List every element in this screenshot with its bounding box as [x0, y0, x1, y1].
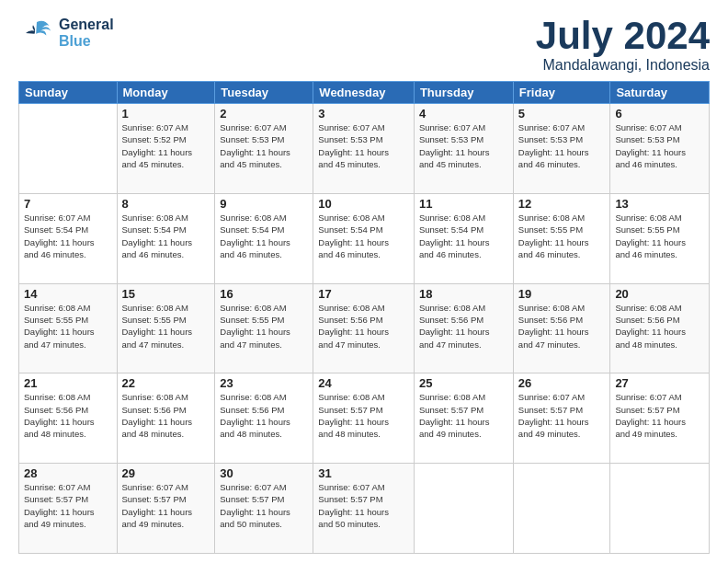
day-headers-row: SundayMondayTuesdayWednesdayThursdayFrid… [19, 82, 710, 104]
day-number: 5 [518, 107, 606, 121]
day-cell: 8Sunrise: 6:08 AM Sunset: 5:54 PM Daylig… [117, 193, 215, 283]
day-cell: 13Sunrise: 6:08 AM Sunset: 5:55 PM Dayli… [610, 193, 710, 283]
day-cell: 26Sunrise: 6:07 AM Sunset: 5:57 PM Dayli… [513, 373, 610, 464]
day-number: 13 [615, 197, 704, 211]
day-info: Sunrise: 6:07 AM Sunset: 5:53 PM Dayligh… [615, 121, 704, 170]
day-number: 17 [318, 287, 409, 301]
day-number: 24 [318, 376, 409, 390]
day-cell: 18Sunrise: 6:08 AM Sunset: 5:56 PM Dayli… [414, 283, 513, 373]
day-cell: 23Sunrise: 6:08 AM Sunset: 5:56 PM Dayli… [215, 373, 313, 464]
day-cell: 3Sunrise: 6:07 AM Sunset: 5:53 PM Daylig… [313, 104, 415, 194]
day-number: 31 [318, 466, 409, 480]
page: General Blue July 2024 Mandalawangi, Ind… [0, 0, 728, 563]
day-cell: 1Sunrise: 6:07 AM Sunset: 5:52 PM Daylig… [117, 104, 215, 194]
week-row-2: 7Sunrise: 6:07 AM Sunset: 5:54 PM Daylig… [19, 193, 710, 283]
day-number: 25 [419, 376, 508, 390]
day-number: 15 [122, 287, 210, 301]
day-number: 1 [122, 107, 210, 121]
day-cell: 17Sunrise: 6:08 AM Sunset: 5:56 PM Dayli… [313, 283, 415, 373]
day-number: 11 [419, 197, 508, 211]
logo-icon [18, 15, 55, 52]
day-info: Sunrise: 6:08 AM Sunset: 5:54 PM Dayligh… [122, 212, 210, 260]
day-header-thursday: Thursday [414, 82, 513, 104]
day-info: Sunrise: 6:08 AM Sunset: 5:55 PM Dayligh… [615, 212, 704, 260]
day-cell: 10Sunrise: 6:08 AM Sunset: 5:54 PM Dayli… [313, 193, 415, 283]
calendar: SundayMondayTuesdayWednesdayThursdayFrid… [18, 81, 710, 554]
day-number: 9 [220, 197, 308, 211]
day-number: 2 [220, 107, 308, 121]
day-cell: 28Sunrise: 6:07 AM Sunset: 5:57 PM Dayli… [19, 464, 118, 554]
logo-blue-text: Blue [59, 33, 114, 50]
day-cell: 30Sunrise: 6:07 AM Sunset: 5:57 PM Dayli… [215, 464, 313, 554]
day-info: Sunrise: 6:07 AM Sunset: 5:53 PM Dayligh… [419, 121, 508, 170]
day-cell: 6Sunrise: 6:07 AM Sunset: 5:53 PM Daylig… [610, 104, 710, 194]
day-number: 3 [318, 107, 409, 121]
day-info: Sunrise: 6:08 AM Sunset: 5:56 PM Dayligh… [419, 302, 508, 350]
day-info: Sunrise: 6:08 AM Sunset: 5:56 PM Dayligh… [220, 391, 308, 440]
day-cell [610, 464, 710, 554]
day-header-saturday: Saturday [610, 82, 710, 104]
day-info: Sunrise: 6:08 AM Sunset: 5:55 PM Dayligh… [518, 212, 606, 260]
day-number: 27 [615, 376, 704, 390]
day-cell: 11Sunrise: 6:08 AM Sunset: 5:54 PM Dayli… [414, 193, 513, 283]
day-cell: 25Sunrise: 6:08 AM Sunset: 5:57 PM Dayli… [414, 373, 513, 464]
day-info: Sunrise: 6:07 AM Sunset: 5:57 PM Dayligh… [122, 481, 210, 530]
day-number: 29 [122, 466, 210, 480]
day-info: Sunrise: 6:08 AM Sunset: 5:54 PM Dayligh… [419, 212, 508, 260]
day-info: Sunrise: 6:08 AM Sunset: 5:54 PM Dayligh… [318, 212, 409, 260]
day-cell [414, 464, 513, 554]
day-cell: 9Sunrise: 6:08 AM Sunset: 5:54 PM Daylig… [215, 193, 313, 283]
day-info: Sunrise: 6:07 AM Sunset: 5:53 PM Dayligh… [318, 121, 409, 170]
logo: General Blue [18, 15, 114, 52]
logo-words: General Blue [59, 17, 114, 49]
day-number: 8 [122, 197, 210, 211]
day-info: Sunrise: 6:08 AM Sunset: 5:55 PM Dayligh… [122, 302, 210, 350]
day-info: Sunrise: 6:08 AM Sunset: 5:54 PM Dayligh… [220, 212, 308, 260]
header: General Blue July 2024 Mandalawangi, Ind… [18, 15, 710, 74]
day-info: Sunrise: 6:07 AM Sunset: 5:57 PM Dayligh… [220, 481, 308, 530]
day-header-sunday: Sunday [19, 82, 118, 104]
day-info: Sunrise: 6:08 AM Sunset: 5:57 PM Dayligh… [419, 391, 508, 440]
day-cell: 5Sunrise: 6:07 AM Sunset: 5:53 PM Daylig… [513, 104, 610, 194]
day-info: Sunrise: 6:07 AM Sunset: 5:53 PM Dayligh… [220, 121, 308, 170]
day-info: Sunrise: 6:08 AM Sunset: 5:56 PM Dayligh… [518, 302, 606, 350]
day-info: Sunrise: 6:07 AM Sunset: 5:53 PM Dayligh… [518, 121, 606, 170]
day-number: 14 [24, 287, 112, 301]
subtitle: Mandalawangi, Indonesia [536, 57, 710, 74]
day-cell: 12Sunrise: 6:08 AM Sunset: 5:55 PM Dayli… [513, 193, 610, 283]
day-cell: 20Sunrise: 6:08 AM Sunset: 5:56 PM Dayli… [610, 283, 710, 373]
day-cell: 4Sunrise: 6:07 AM Sunset: 5:53 PM Daylig… [414, 104, 513, 194]
day-number: 22 [122, 376, 210, 390]
day-cell: 16Sunrise: 6:08 AM Sunset: 5:55 PM Dayli… [215, 283, 313, 373]
day-info: Sunrise: 6:07 AM Sunset: 5:52 PM Dayligh… [122, 121, 210, 170]
day-header-monday: Monday [117, 82, 215, 104]
day-cell: 27Sunrise: 6:07 AM Sunset: 5:57 PM Dayli… [610, 373, 710, 464]
day-header-friday: Friday [513, 82, 610, 104]
title-block: July 2024 Mandalawangi, Indonesia [536, 15, 710, 74]
day-cell [513, 464, 610, 554]
week-row-5: 28Sunrise: 6:07 AM Sunset: 5:57 PM Dayli… [19, 464, 710, 554]
day-info: Sunrise: 6:07 AM Sunset: 5:57 PM Dayligh… [24, 481, 112, 530]
day-number: 23 [220, 376, 308, 390]
week-row-1: 1Sunrise: 6:07 AM Sunset: 5:52 PM Daylig… [19, 104, 710, 194]
day-cell: 21Sunrise: 6:08 AM Sunset: 5:56 PM Dayli… [19, 373, 118, 464]
day-header-wednesday: Wednesday [313, 82, 415, 104]
logo-general-text: General [59, 17, 114, 33]
day-info: Sunrise: 6:07 AM Sunset: 5:57 PM Dayligh… [615, 391, 704, 440]
day-number: 16 [220, 287, 308, 301]
day-info: Sunrise: 6:07 AM Sunset: 5:57 PM Dayligh… [318, 481, 409, 530]
day-number: 18 [419, 287, 508, 301]
day-number: 4 [419, 107, 508, 121]
day-cell: 15Sunrise: 6:08 AM Sunset: 5:55 PM Dayli… [117, 283, 215, 373]
day-info: Sunrise: 6:08 AM Sunset: 5:57 PM Dayligh… [318, 391, 409, 440]
day-info: Sunrise: 6:07 AM Sunset: 5:54 PM Dayligh… [24, 212, 112, 260]
day-cell: 2Sunrise: 6:07 AM Sunset: 5:53 PM Daylig… [215, 104, 313, 194]
day-number: 12 [518, 197, 606, 211]
day-info: Sunrise: 6:08 AM Sunset: 5:56 PM Dayligh… [615, 302, 704, 350]
main-title: July 2024 [536, 15, 710, 57]
day-number: 26 [518, 376, 606, 390]
day-info: Sunrise: 6:08 AM Sunset: 5:55 PM Dayligh… [220, 302, 308, 350]
week-row-3: 14Sunrise: 6:08 AM Sunset: 5:55 PM Dayli… [19, 283, 710, 373]
day-header-tuesday: Tuesday [215, 82, 313, 104]
day-info: Sunrise: 6:08 AM Sunset: 5:56 PM Dayligh… [318, 302, 409, 350]
